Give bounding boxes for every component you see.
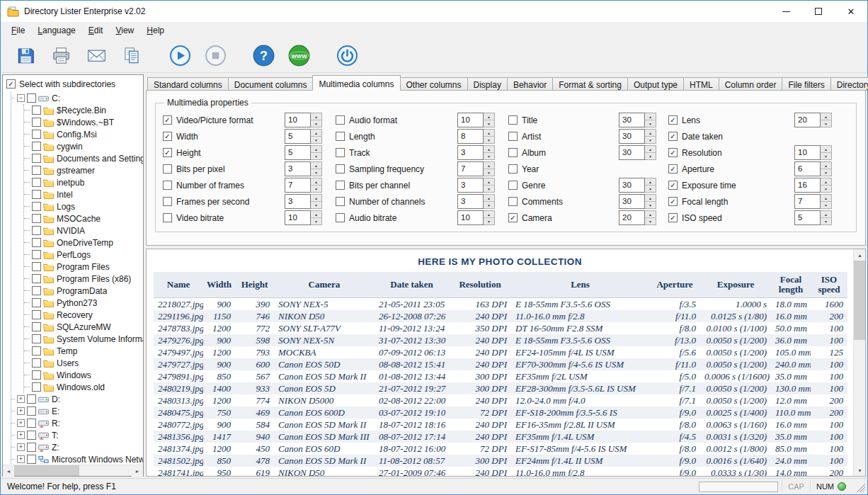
tree-checkbox[interactable] <box>32 358 41 368</box>
spinner-up-icon[interactable]: ▲ <box>645 130 656 137</box>
option-number-of-channels[interactable]: Number of channels <box>336 197 457 207</box>
scrollbar-thumb[interactable] <box>14 465 79 476</box>
tree-item-intel[interactable]: Intel <box>24 188 143 200</box>
spinner-down-icon[interactable]: ▼ <box>645 120 656 127</box>
spinner-down-icon[interactable]: ▼ <box>645 153 656 159</box>
column-header-height[interactable]: Height <box>235 272 274 298</box>
tab-document-columns[interactable]: Document columns <box>228 77 314 91</box>
spinner-up-icon[interactable]: ▲ <box>311 130 321 137</box>
option-genre[interactable]: Genre <box>508 181 619 190</box>
start-button[interactable] <box>165 40 195 70</box>
column-header-name[interactable]: Name <box>154 272 203 298</box>
spinner-up-icon[interactable]: ▲ <box>645 146 656 153</box>
tree-checkbox[interactable] <box>32 130 41 139</box>
spinner-down-icon[interactable]: ▼ <box>821 218 831 224</box>
tree-checkbox[interactable] <box>32 274 41 283</box>
spinner-width[interactable]: 5▲▼ <box>285 129 322 144</box>
spinner-up-icon[interactable]: ▲ <box>311 211 321 218</box>
collapse-toggle-icon[interactable]: − <box>17 94 25 102</box>
spinner-down-icon[interactable]: ▼ <box>311 186 321 192</box>
tree-checkbox[interactable] <box>32 178 41 187</box>
spinner-up-icon[interactable]: ▲ <box>484 146 494 153</box>
tree-item-t[interactable]: +T: <box>11 429 143 441</box>
tree-item-microsoft-windows-network[interactable]: +Microsoft Windows Network <box>11 453 143 465</box>
option-sampling-frequency[interactable]: Sampling frequency <box>336 164 457 174</box>
spinner-album[interactable]: 30▲▼ <box>619 145 656 160</box>
spinner-up-icon[interactable]: ▲ <box>645 195 656 202</box>
spinner-up-icon[interactable]: ▲ <box>821 195 831 202</box>
expand-toggle-icon[interactable]: + <box>17 419 25 427</box>
tree-item-windows-bt[interactable]: $Windows.~BT <box>24 116 143 128</box>
checkbox-resolution[interactable]: ✓ <box>668 148 678 157</box>
option-artist[interactable]: Artist <box>508 132 619 142</box>
email-button[interactable] <box>81 40 111 70</box>
spinner-lens[interactable]: 20▲▼ <box>794 113 832 127</box>
tab-other-columns[interactable]: Other columns <box>400 77 468 91</box>
checkbox-exposure-time[interactable]: ✓ <box>668 181 678 190</box>
option-aperture[interactable]: ✓Aperture <box>668 164 794 174</box>
tree-item-z[interactable]: +Z: <box>11 441 143 453</box>
tab-file-filters[interactable]: File filters <box>782 77 830 91</box>
spinner-exposure-time[interactable]: 16▲▼ <box>794 178 832 193</box>
option-year[interactable]: Year <box>508 164 619 174</box>
tree-checkbox[interactable] <box>32 298 41 307</box>
spinner-audio-bitrate[interactable]: 10▲▼ <box>457 210 495 225</box>
tree-checkbox[interactable] <box>27 394 36 404</box>
option-video-picture-format[interactable]: ✓Video/Picture format <box>163 115 285 125</box>
copy-button[interactable] <box>117 40 147 70</box>
spinner-up-icon[interactable]: ▲ <box>821 146 831 153</box>
tree-checkbox[interactable] <box>32 262 41 271</box>
spinner-down-icon[interactable]: ▼ <box>484 169 494 176</box>
minimize-button[interactable] <box>770 1 802 22</box>
tree-item-logs[interactable]: Logs <box>24 200 143 212</box>
option-bits-per-pixel[interactable]: Bits per pixel <box>163 164 285 174</box>
tab-display[interactable]: Display <box>467 77 508 91</box>
select-with-subdirectories-checkbox[interactable]: ✓ <box>6 79 16 89</box>
checkbox-sampling-frequency[interactable] <box>336 164 345 173</box>
tree-checkbox[interactable] <box>32 322 41 331</box>
tree-item-cygwin[interactable]: cygwin <box>24 140 143 152</box>
option-camera[interactable]: ✓Camera <box>508 213 619 223</box>
option-bits-per-channel[interactable]: Bits per channel <box>336 181 457 190</box>
spinner-down-icon[interactable]: ▼ <box>484 218 494 224</box>
tree-item-inetpub[interactable]: inetpub <box>24 176 143 188</box>
column-header-resolution[interactable]: Resolution <box>449 272 511 298</box>
tree-item-users[interactable]: Users <box>24 357 143 369</box>
option-exposure-time[interactable]: ✓Exposure time <box>668 181 794 190</box>
option-frames-per-second[interactable]: Frames per second <box>163 197 285 207</box>
option-number-of-frames[interactable]: Number of frames <box>163 181 285 190</box>
checkbox-genre[interactable] <box>508 181 518 190</box>
spinner-up-icon[interactable]: ▲ <box>484 130 494 137</box>
spinner-video-bitrate[interactable]: 10▲▼ <box>285 210 322 225</box>
spinner-up-icon[interactable]: ▲ <box>311 178 321 186</box>
checkbox-aperture[interactable]: ✓ <box>668 164 678 173</box>
spinner-bits-per-channel[interactable]: 3▲▼ <box>457 178 495 193</box>
column-header-exposure[interactable]: Exposure <box>700 272 771 298</box>
resize-grip[interactable] <box>855 482 865 492</box>
column-header-focal-length[interactable]: Focal length <box>771 272 811 298</box>
spinner-up-icon[interactable]: ▲ <box>311 195 321 202</box>
checkbox-audio-format[interactable] <box>336 115 345 125</box>
tab-format-sorting[interactable]: Format & sorting <box>552 77 628 91</box>
checkbox-comments[interactable] <box>508 197 518 206</box>
tree-item-config-msi[interactable]: Config.Msi <box>24 128 143 140</box>
spinner-down-icon[interactable]: ▼ <box>821 120 831 127</box>
tree-item-program-files-x86[interactable]: Program Files (x86) <box>24 273 143 285</box>
spinner-down-icon[interactable]: ▼ <box>645 186 656 192</box>
spinner-down-icon[interactable]: ▼ <box>484 186 494 192</box>
scroll-up-arrow-icon[interactable] <box>854 249 866 261</box>
tree-checkbox[interactable] <box>32 346 41 355</box>
tree-item-recycle-bin[interactable]: $Recycle.Bin <box>24 104 143 116</box>
menu-language[interactable]: Language <box>31 23 81 38</box>
tab-column-order[interactable]: Column order <box>719 77 783 91</box>
expand-toggle-icon[interactable]: + <box>17 407 25 415</box>
spinner-down-icon[interactable]: ▼ <box>645 137 656 143</box>
spinner-up-icon[interactable]: ▲ <box>645 178 656 186</box>
column-header-aperture[interactable]: Aperture <box>649 272 700 298</box>
spinner-genre[interactable]: 30▲▼ <box>619 178 656 193</box>
tree-checkbox[interactable] <box>27 455 36 464</box>
tree-checkbox[interactable] <box>32 286 41 295</box>
print-button[interactable] <box>46 40 76 70</box>
tree-checkbox[interactable] <box>27 431 36 440</box>
column-header-lens[interactable]: Lens <box>511 272 649 298</box>
